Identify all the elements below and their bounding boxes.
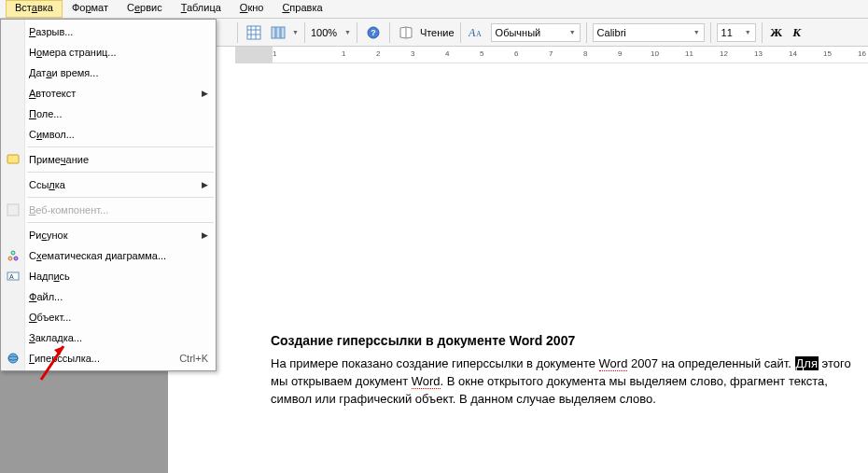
font-size-selector[interactable]: 11 ▼ [717,23,756,42]
menu-item-symbol[interactable]: Символ... [1,124,216,145]
font-size-value: 11 [721,27,745,38]
textbox-icon: A [5,268,21,285]
menu-item-diagram[interactable]: Схематическая диаграмма... [1,245,216,266]
svg-rect-13 [7,155,19,163]
svg-marker-23 [54,346,63,355]
menu-item-textbox[interactable]: A Надпись [1,266,216,286]
zoom-value: 100% [311,27,343,38]
svg-point-17 [14,257,18,260]
svg-point-15 [11,251,15,255]
dropdown-arrow-icon[interactable]: ▼ [292,29,299,35]
bold-button[interactable]: Ж [768,25,785,40]
svg-rect-7 [281,27,285,38]
menu-item-date-time[interactable]: Дата и время... [1,63,216,83]
document-content[interactable]: Создание гиперссылки в документе Word 20… [271,331,861,409]
style-pane-icon[interactable]: AA [467,22,487,43]
insert-menu-dropdown: Разрыв... Номера страниц... Дата и время… [0,19,217,371]
menu-item-field[interactable]: Поле... [1,104,216,124]
menu-item-bookmark[interactable]: Закладка... [1,327,216,348]
document-heading: Создание гиперссылки в документе Word 20… [271,331,861,350]
menu-item-file[interactable]: Файл... [1,286,216,307]
svg-rect-14 [7,204,19,216]
annotation-arrow-icon [35,341,73,387]
shortcut-label: Ctrl+K [179,353,208,364]
reading-view-icon[interactable] [396,22,416,43]
chevron-down-icon[interactable]: ▼ [693,29,700,35]
chevron-down-icon[interactable]: ▼ [344,29,351,35]
menu-item-comment[interactable]: Примечание [1,149,216,170]
menu-item-page-numbers[interactable]: Номера страниц... [1,42,216,63]
chevron-down-icon[interactable]: ▼ [745,29,751,35]
menu-item-picture[interactable]: Рисунок▶ [1,225,216,245]
hyperlink-icon [5,350,21,367]
italic-button[interactable]: К [789,25,805,40]
help-icon[interactable]: ? [363,22,384,43]
ruler: 1 1 2 3 4 5 6 7 8 9 10 11 12 13 14 15 16 [235,47,868,63]
menu-item-break[interactable]: Разрыв... [1,21,216,42]
document-body: На примере показано создание гиперссылки… [271,355,861,409]
svg-text:A: A [469,26,476,39]
svg-rect-5 [272,27,275,38]
menu-format[interactable]: Формат [63,0,118,18]
menu-item-hyperlink[interactable]: Гиперссылка...Ctrl+K [1,348,216,369]
menu-tools[interactable]: Сервис [118,0,172,18]
menu-item-reference[interactable]: Ссылка▶ [1,174,216,195]
selected-text: Для [795,356,819,370]
zoom-control[interactable]: 100% ▼ [311,27,351,38]
web-component-icon [5,202,21,218]
svg-text:A: A [9,273,14,280]
note-icon [5,151,21,168]
menu-help[interactable]: Справка [273,0,331,18]
font-value: Calibri [597,27,693,38]
menu-item-object[interactable]: Объект... [1,307,216,327]
svg-text:A: A [476,30,482,38]
style-value: Обычный [496,27,569,38]
svg-rect-6 [276,27,280,38]
diagram-icon [5,247,21,264]
chevron-down-icon[interactable]: ▼ [569,29,576,35]
menu-table[interactable]: Таблица [172,0,231,18]
menu-item-autotext[interactable]: Автотекст▶ [1,83,216,104]
menubar: Вставка Формат Сервис Таблица Окно Справ… [0,0,868,19]
style-selector[interactable]: Обычный ▼ [491,23,581,42]
columns-icon[interactable] [268,22,288,43]
svg-point-20 [8,354,18,363]
svg-rect-0 [247,26,260,39]
menu-insert[interactable]: Вставка [6,0,63,18]
svg-point-16 [8,257,12,260]
menu-window[interactable]: Окно [231,0,273,18]
font-selector[interactable]: Calibri ▼ [593,23,705,42]
reading-label[interactable]: Чтение [420,27,455,38]
insert-table-icon[interactable] [244,22,264,43]
svg-text:?: ? [371,28,376,37]
menu-item-web-component: Веб-компонент... [1,200,216,220]
